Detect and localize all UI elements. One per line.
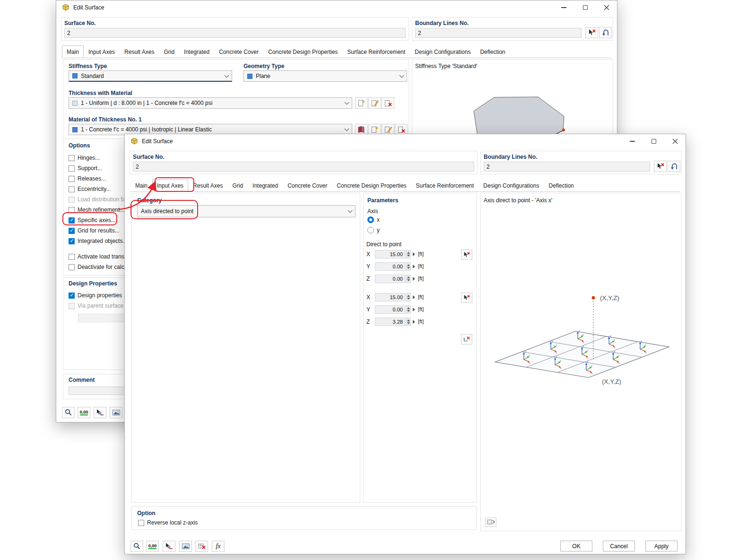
minimize-button[interactable] bbox=[622, 134, 643, 148]
checkbox[interactable] bbox=[69, 165, 75, 172]
option-deactivate-for-calculation[interactable]: Deactivate for calcu bbox=[69, 264, 127, 270]
pick-point-button[interactable] bbox=[461, 293, 472, 303]
zoom-select-button[interactable] bbox=[62, 407, 75, 418]
reverse-orientation-button[interactable] bbox=[599, 27, 612, 38]
tab-concrete-design-properties[interactable]: Concrete Design Properties bbox=[263, 45, 342, 58]
tab-input-axes[interactable]: Input Axes bbox=[152, 179, 188, 191]
checkbox[interactable] bbox=[69, 264, 75, 270]
thickness-select[interactable]: 1 - Uniform | d : 8.000 in | 1 - Concret… bbox=[69, 97, 352, 109]
tab-result-axes[interactable]: Result Axes bbox=[188, 179, 227, 191]
display-units-button[interactable]: 0,00 bbox=[78, 407, 90, 418]
zoom-select-button[interactable] bbox=[130, 541, 143, 552]
render-image-button[interactable] bbox=[179, 541, 192, 552]
option-via-parent-surface[interactable]: Via parent surface s bbox=[69, 302, 128, 309]
checkbox[interactable] bbox=[69, 217, 75, 224]
function-button[interactable]: fx bbox=[212, 541, 225, 552]
ok-button[interactable]: OK bbox=[560, 541, 592, 551]
checkbox[interactable] bbox=[69, 207, 75, 213]
option-grid-for-results[interactable]: Grid for results... bbox=[69, 227, 120, 234]
minimize-button[interactable] bbox=[553, 0, 574, 15]
pick-point-button[interactable] bbox=[461, 250, 472, 260]
reverse-orientation-button[interactable] bbox=[668, 161, 680, 172]
category-select[interactable]: Axis directed to point bbox=[137, 205, 356, 217]
checkbox[interactable] bbox=[69, 155, 75, 161]
geometry-type-select[interactable]: Plane bbox=[243, 70, 407, 82]
radio-button[interactable] bbox=[367, 227, 374, 233]
point1-x-input[interactable] bbox=[375, 250, 405, 258]
spinner-control[interactable] bbox=[406, 293, 411, 302]
option-hinges[interactable]: Hinges... bbox=[69, 155, 100, 161]
pick-boundary-lines-button[interactable] bbox=[654, 161, 667, 172]
option-activate-load-transfer[interactable]: Activate load transf bbox=[69, 253, 126, 260]
spinner-control[interactable] bbox=[406, 275, 411, 283]
spinner-control[interactable] bbox=[406, 262, 411, 271]
spinner-control[interactable] bbox=[406, 305, 411, 314]
pick-two-points-button[interactable] bbox=[461, 334, 472, 345]
tab-deflection[interactable]: Deflection bbox=[475, 45, 510, 58]
edit-thickness-button[interactable] bbox=[368, 97, 381, 109]
point2-y-input[interactable] bbox=[375, 305, 405, 314]
tab-grid[interactable]: Grid bbox=[159, 45, 179, 58]
spinner-control[interactable] bbox=[406, 318, 411, 326]
checkbox[interactable] bbox=[69, 238, 75, 244]
checkbox[interactable] bbox=[69, 254, 75, 260]
close-button[interactable] bbox=[664, 134, 686, 148]
close-button[interactable] bbox=[596, 0, 617, 15]
delete-table-button[interactable] bbox=[195, 541, 208, 552]
tab-concrete-cover[interactable]: Concrete Cover bbox=[283, 179, 332, 191]
tab-main[interactable]: Main bbox=[130, 179, 152, 191]
maximize-button[interactable] bbox=[574, 0, 596, 15]
checkbox[interactable] bbox=[69, 293, 75, 299]
checkbox[interactable] bbox=[69, 197, 75, 203]
axis-x-radio-row[interactable]: x bbox=[367, 216, 380, 223]
cancel-button[interactable]: Cancel bbox=[603, 541, 635, 551]
expand-arrow-icon[interactable] bbox=[413, 277, 415, 281]
checkbox[interactable] bbox=[69, 303, 75, 309]
tab-integrated[interactable]: Integrated bbox=[179, 45, 214, 58]
select-axes-button[interactable] bbox=[94, 407, 106, 418]
axis-y-radio-row[interactable]: y bbox=[367, 227, 380, 233]
option-support[interactable]: Support... bbox=[69, 165, 102, 172]
option-integrated-objects[interactable]: Integrated objects.. bbox=[69, 238, 126, 244]
expand-arrow-icon[interactable] bbox=[413, 265, 415, 268]
tab-design-configurations[interactable]: Design Configurations bbox=[410, 45, 475, 58]
tab-surface-reinforcement[interactable]: Surface Reinforcement bbox=[343, 45, 410, 58]
expand-arrow-icon[interactable] bbox=[413, 295, 415, 299]
display-units-button[interactable]: 0,00 bbox=[146, 541, 159, 552]
expand-arrow-icon[interactable] bbox=[413, 320, 415, 324]
point2-x-input[interactable] bbox=[375, 293, 405, 302]
tab-design-configurations[interactable]: Design Configurations bbox=[478, 179, 544, 191]
tab-integrated[interactable]: Integrated bbox=[248, 179, 283, 191]
select-axes-button[interactable] bbox=[163, 541, 175, 552]
option-releases[interactable]: Releases... bbox=[69, 175, 106, 182]
new-thickness-button[interactable] bbox=[355, 97, 368, 109]
delete-thickness-button[interactable] bbox=[382, 97, 394, 109]
radio-button[interactable] bbox=[367, 216, 374, 223]
checkbox[interactable] bbox=[69, 176, 75, 182]
tab-grid[interactable]: Grid bbox=[227, 179, 248, 191]
point1-z-input[interactable] bbox=[375, 275, 405, 283]
boundary-lines-input[interactable] bbox=[415, 28, 582, 38]
tab-surface-reinforcement[interactable]: Surface Reinforcement bbox=[411, 179, 479, 191]
spinner-control[interactable] bbox=[406, 250, 411, 258]
expand-arrow-icon[interactable] bbox=[413, 308, 415, 311]
checkbox[interactable] bbox=[69, 228, 75, 234]
surface-no-input[interactable] bbox=[133, 162, 474, 172]
checkbox[interactable] bbox=[138, 520, 144, 526]
option-mesh-refinement[interactable]: Mesh refinement... bbox=[69, 207, 124, 213]
tab-input-axes[interactable]: Input Axes bbox=[84, 45, 120, 58]
maximize-button[interactable] bbox=[643, 134, 664, 148]
option-specific-axes[interactable]: Specific axes... bbox=[69, 217, 116, 224]
boundary-lines-input[interactable] bbox=[484, 162, 650, 172]
checkbox[interactable] bbox=[69, 186, 75, 192]
render-image-button[interactable] bbox=[110, 407, 122, 418]
titlebar[interactable]: Edit Surface bbox=[125, 134, 686, 148]
surface-no-input[interactable] bbox=[64, 28, 406, 38]
reverse-local-z-axis-option[interactable]: Reverse local z-axis bbox=[138, 519, 198, 526]
tab-concrete-design-properties[interactable]: Concrete Design Properties bbox=[332, 179, 411, 191]
tab-main[interactable]: Main bbox=[62, 45, 84, 58]
expand-arrow-icon[interactable] bbox=[413, 252, 415, 256]
stiffness-type-select[interactable]: Standard bbox=[69, 70, 232, 82]
point1-y-input[interactable] bbox=[375, 262, 405, 271]
point2-z-input[interactable] bbox=[375, 318, 405, 326]
